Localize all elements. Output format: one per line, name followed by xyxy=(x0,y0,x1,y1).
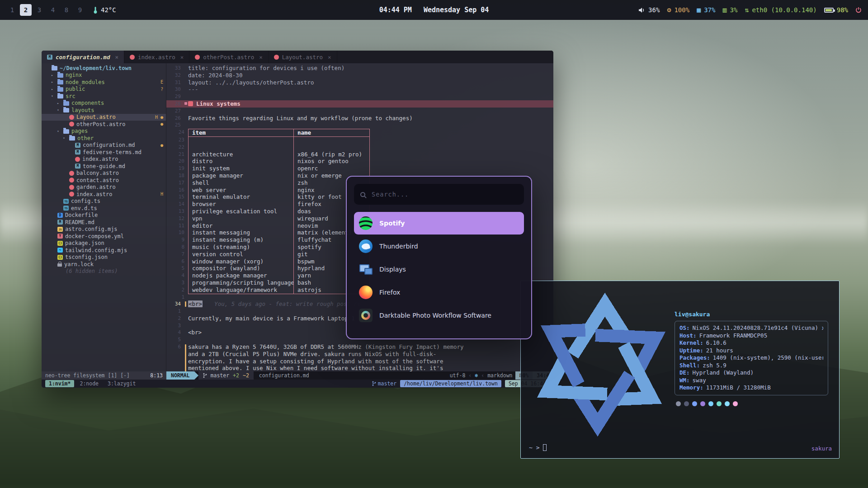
info-row: WM: sway xyxy=(679,377,823,385)
editor-line: 27 xyxy=(166,108,553,115)
editor-tab[interactable]: index.astro × xyxy=(124,51,189,63)
workspace-button[interactable]: 4 xyxy=(47,4,59,16)
tree-item[interactable]: ▸ node_modules E xyxy=(42,79,166,86)
workspace-button[interactable]: 2 xyxy=(20,4,32,16)
tab-label: Layout.astro xyxy=(282,54,323,61)
close-icon[interactable]: × xyxy=(180,54,184,61)
shell-prompt[interactable]: ~ > xyxy=(529,444,547,451)
volume-module[interactable]: 36% xyxy=(638,6,660,14)
fetch-terminal-window[interactable]: liv@sakura OS: NixOS 24.11.20240828.71e9… xyxy=(520,281,840,459)
power-module[interactable] xyxy=(855,7,862,13)
tree-item[interactable]: fediverse-terms.md xyxy=(42,149,166,156)
search-icon xyxy=(360,192,365,197)
tree-item[interactable]: README.md xyxy=(42,219,166,226)
line-number: 17 xyxy=(166,179,188,187)
close-icon[interactable]: × xyxy=(328,54,331,61)
line-number: 16 xyxy=(166,187,188,194)
launcher-item[interactable]: Thunderbird xyxy=(354,235,524,258)
tree-item[interactable]: env.d.ts xyxy=(42,205,166,212)
palette-dot xyxy=(692,401,697,406)
tree-item[interactable]: index.astro xyxy=(42,156,166,163)
tree-item[interactable]: otherPost.astro ● xyxy=(42,121,166,128)
launcher-item[interactable]: Displays xyxy=(354,258,524,281)
temperature-module[interactable]: 42°C xyxy=(93,6,116,14)
close-icon[interactable]: × xyxy=(115,54,118,61)
tmux-window[interactable]: 2:node xyxy=(76,380,102,387)
cpu-module[interactable]: ▦ 37% xyxy=(697,6,715,14)
table-row: 20 distro nixos or gentoo xyxy=(166,158,553,165)
tree-item[interactable]: Layout.astro H ● xyxy=(42,114,166,121)
info-label: Kernel: xyxy=(679,339,703,347)
tree-item[interactable]: tone-guide.md xyxy=(42,163,166,170)
tree-item[interactable]: package.json xyxy=(42,240,166,247)
network-module[interactable]: ⇅ eth0 (10.0.0.140) xyxy=(745,6,816,14)
table-cell-item: vpn xyxy=(188,215,294,222)
line-number: 3 xyxy=(166,322,184,329)
file-icon xyxy=(57,269,63,274)
sign-column xyxy=(184,343,188,371)
tree-item[interactable]: ▾ src xyxy=(42,93,166,100)
brightness-module[interactable]: ⚙ 100% xyxy=(667,6,689,14)
tree-item[interactable]: Dockerfile xyxy=(42,212,166,219)
editor-tab[interactable]: configuration.md × xyxy=(42,51,124,63)
table-cell-item xyxy=(188,144,294,151)
tree-item[interactable]: tailwind.config.mjs xyxy=(42,247,166,254)
tree-item-label: ~/Development/liv.town xyxy=(60,65,132,71)
separator-icon: ‹ xyxy=(468,372,472,379)
workspace-button[interactable]: 1 xyxy=(6,4,18,16)
file-icon xyxy=(75,150,80,155)
launcher-item[interactable]: Darktable Photo Workflow Software xyxy=(354,304,524,327)
workspace-button[interactable]: 3 xyxy=(33,4,45,16)
workspace-button[interactable]: 8 xyxy=(61,4,72,16)
tree-item[interactable]: balcony.astro xyxy=(42,170,166,177)
tree-item[interactable]: configuration.md ● xyxy=(42,142,166,149)
file-icon xyxy=(57,220,63,225)
tree-item[interactable]: tsconfig.json xyxy=(42,254,166,261)
tmux-window[interactable]: 1:nvim* xyxy=(45,380,74,387)
table-header-item: item xyxy=(188,129,294,136)
tree-item[interactable]: garden.astro xyxy=(42,184,166,191)
line-number: 33 xyxy=(166,65,184,72)
tree-item[interactable]: ~/Development/liv.town xyxy=(42,65,166,72)
line-number: 31 xyxy=(166,79,184,86)
tree-item[interactable]: ▸ nginx xyxy=(42,72,166,79)
tree-item[interactable]: ▾ layouts xyxy=(42,107,166,114)
tree-item-label: tailwind.config.mjs xyxy=(65,247,127,253)
line-number: 9 xyxy=(166,236,188,244)
search-input[interactable] xyxy=(371,190,518,198)
close-icon[interactable]: × xyxy=(259,54,263,61)
launcher-search[interactable] xyxy=(354,184,524,205)
file-icon xyxy=(57,263,62,267)
tree-item[interactable]: contact.astro xyxy=(42,177,166,184)
tree-item[interactable]: config.ts xyxy=(42,198,166,205)
tree-item[interactable]: ▸ components xyxy=(42,100,166,107)
filetype-icon xyxy=(47,55,52,60)
clock[interactable]: 04:44 PM Wednesday Sep 04 xyxy=(379,0,489,20)
tree-item-label: src xyxy=(66,93,75,99)
table-cell-item: webdev language/framework xyxy=(188,286,294,294)
tree-item[interactable]: ▸ public ? xyxy=(42,86,166,93)
battery-module[interactable]: 98% xyxy=(824,6,848,14)
info-label: Shell: xyxy=(679,362,700,370)
tree-item[interactable]: ▾ other xyxy=(42,135,166,142)
tree-item[interactable]: ▾ pages xyxy=(42,128,166,135)
info-value: sway xyxy=(693,377,706,385)
launcher-item[interactable]: Firefox xyxy=(354,281,524,304)
tree-item[interactable]: (6 hidden items) xyxy=(42,268,166,275)
terminal-color-palette xyxy=(676,401,828,406)
tmux-window[interactable]: 3:lazygit xyxy=(104,380,139,387)
sign-column xyxy=(184,93,188,100)
tree-item[interactable]: astro.config.mjs xyxy=(42,226,166,233)
line-number: 21 xyxy=(166,151,188,158)
tree-item[interactable]: yarn.lock xyxy=(42,261,166,268)
nixos-logo xyxy=(533,290,670,439)
editor-tab[interactable]: Layout.astro × xyxy=(269,51,337,63)
tree-item[interactable]: docker-compose.yml xyxy=(42,233,166,240)
tree-item-label: index.astro xyxy=(76,191,112,197)
memory-module[interactable]: ▥ 3% xyxy=(722,6,737,14)
launcher-item[interactable]: Spotify xyxy=(354,212,524,235)
workspace-button[interactable]: 9 xyxy=(74,4,86,16)
editor-tab[interactable]: otherPost.astro × xyxy=(189,51,268,63)
statusline-right: utf-8 ‹ ❄ ‹ markdown xyxy=(447,371,515,380)
tree-item[interactable]: index.astro H xyxy=(42,191,166,198)
